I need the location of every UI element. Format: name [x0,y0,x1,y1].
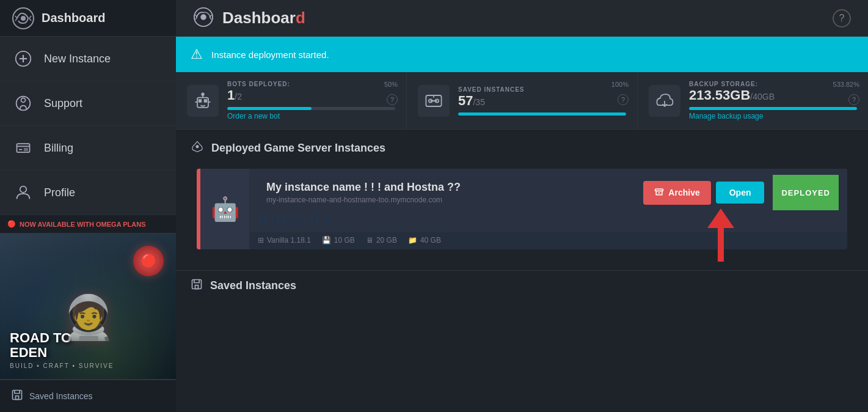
stats-row: BOTS DEPLOYED: 1/2 Order a new bot 50% ? [176,72,868,130]
sidebar-item-support-label: Support [44,97,82,110]
sidebar-item-profile[interactable]: Profile [0,171,176,215]
saved-percent: 100% [611,81,629,88]
backup-progress-bar [689,107,857,110]
manage-backup-link[interactable]: Manage backup usage [689,112,857,120]
instance-status-badge: DEPLOYED [773,175,839,210]
bots-progress-bar [227,107,395,110]
sidebar-item-billing-label: Billing [44,142,73,155]
instance-hostname: my-instance-name-and-hostname-too.mymcno… [266,196,626,204]
bots-icon [187,85,219,117]
saved-bar-icon [11,389,23,403]
saved-section-title: Saved Instances [210,279,296,292]
bots-content: BOTS DEPLOYED: 1/2 Order a new bot [227,81,395,120]
stat-saved: SAVED INSTANCES 57/35 100% ? [407,72,638,129]
disk1-value: 10 GB [334,236,355,245]
sidebar: Dashboard New Instance Support [0,0,176,412]
saved-label: SAVED INSTANCES [458,86,626,93]
svg-point-1 [21,16,26,21]
disk2-value: 20 GB [376,236,397,245]
backup-label: BACKUP STORAGE: [689,81,857,87]
svg-rect-11 [16,396,19,400]
open-button[interactable]: Open [716,182,765,204]
backup-progress-fill [689,107,857,110]
svg-rect-24 [192,279,202,289]
saved-icon [418,85,450,117]
arrow-indicator [707,208,734,262]
promo-image[interactable]: 🔴 🧑‍🚀 ROAD TOEDEN BUILD • CRAFT • SURVIV… [0,234,176,379]
archive-button[interactable]: Archive [643,181,710,205]
sidebar-saved-label: Saved Instances [29,391,93,401]
billing-icon [13,138,33,158]
instance-name: My instance name ! ! ! and Hostna ?? [266,181,626,194]
promo-icon: 🔴 [7,220,16,228]
sidebar-header-icon [12,7,34,29]
promo-game-subtitle: BUILD • CRAFT • SURVIVE [10,362,166,369]
backup-icon [649,85,680,117]
instance-bg-label: MINECRA... [249,213,847,232]
sidebar-item-billing[interactable]: Billing [0,126,176,171]
dashboard-header-icon [193,7,214,30]
saved-section: Saved Instances [176,270,868,301]
title-highlight: d [296,9,305,27]
disk1-icon: 💾 [322,236,331,245]
backup-value: 213.53GB/40GB [689,87,857,103]
disk3-icon: 📁 [408,236,417,245]
meta-disk2: 🖥 20 GB [366,236,397,245]
svg-point-22 [195,145,199,149]
help-button[interactable]: ? [833,9,851,28]
svg-rect-25 [195,285,199,289]
sidebar-header-title: Dashboard [42,11,105,25]
instance-icon-area: 🤖 [200,169,249,249]
svg-point-13 [200,14,206,20]
main-header-left: Dashboard [193,7,305,30]
version-value: Vanilla 1.18.1 [267,236,311,245]
arrow-stem [718,228,724,262]
alert-banner: ⚠ Instance deployment started. [176,37,868,72]
order-bot-link[interactable]: Order a new bot [227,112,395,120]
svg-rect-16 [205,100,207,102]
sidebar-item-support[interactable]: Support [0,81,176,126]
sidebar-item-profile-label: Profile [44,186,75,199]
deployed-section-header: Deployed Game Server Instances [176,130,868,163]
meta-disk3: 📁 40 GB [408,236,441,245]
svg-point-6 [21,98,26,102]
game-art-character: 🧑‍🚀 [62,292,115,342]
svg-rect-10 [13,391,22,400]
saved-progress-fill [458,112,626,116]
main-content: Dashboard ? ⚠ Instance deployment starte… [176,0,868,412]
instance-card: 🤖 My instance name ! ! ! and Hostna ?? m… [197,169,847,249]
alert-icon: ⚠ [191,46,203,62]
game-art-emblem: 🔴 [133,246,164,276]
saved-progress-bar [458,112,626,116]
profile-icon [13,183,33,202]
backup-percent: 533.82% [833,81,859,88]
instance-game-icon: 🤖 [211,196,239,223]
instance-meta: ⊞ Vanilla 1.18.1 💾 10 GB 🖥 20 GB 📁 40 GB [249,232,847,249]
bots-progress-fill [227,107,312,110]
bots-help-icon[interactable]: ? [387,94,398,105]
stat-backup: BACKUP STORAGE: 213.53GB/40GB Manage bac… [638,72,868,129]
instance-actions: Archive Open [635,181,773,205]
svg-point-9 [20,186,27,193]
version-icon: ⊞ [258,236,264,245]
arrow-head [707,208,734,228]
saved-help-icon[interactable]: ? [618,94,629,105]
svg-rect-8 [24,149,27,151]
svg-rect-23 [655,189,663,191]
saved-section-icon [191,278,203,293]
backup-content: BACKUP STORAGE: 213.53GB/40GB Manage bac… [689,81,857,120]
promo-text: NOW AVAILABLE WITH OMEGA PLANS [20,221,146,228]
instances-area: 🤖 My instance name ! ! ! and Hostna ?? m… [191,163,853,256]
sidebar-item-new-instance[interactable]: New Instance [0,37,176,81]
sidebar-saved-bar[interactable]: Saved Instances [0,379,176,412]
backup-help-icon[interactable]: ? [848,94,859,105]
disk2-icon: 🖥 [366,236,373,245]
support-icon [13,94,33,113]
saved-content: SAVED INSTANCES 57/35 [458,86,626,116]
svg-rect-15 [199,100,202,102]
alert-message: Instance deployment started. [211,50,329,60]
bots-percent: 50% [384,81,398,88]
deployed-section-title: Deployed Game Server Instances [211,142,385,155]
main-header: Dashboard ? [176,0,868,37]
new-instance-icon [13,49,33,68]
